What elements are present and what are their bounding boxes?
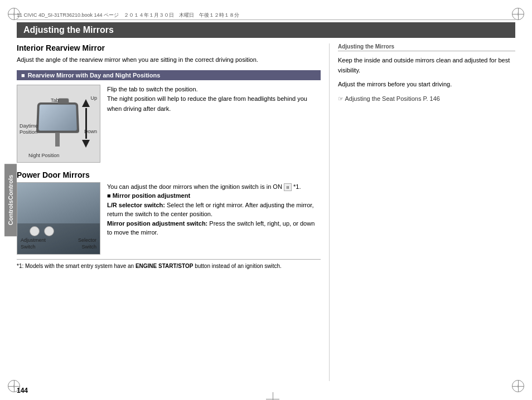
page-header: 11 CIVIC 4D_SI-31TR36210.book 144 ページ ２０… <box>17 12 515 20</box>
label-up: Up <box>90 95 97 102</box>
ignition-icon: II <box>284 183 292 191</box>
main-content: Adjusting the Mirrors Interior Rearview … <box>17 22 515 383</box>
label-down: Down <box>84 129 97 135</box>
arrow-down-icon <box>82 140 90 148</box>
door-mirror-content: AdjustmentSwitch SelectorSwitch You can … <box>17 182 321 255</box>
mirror-text: Flip the tab to switch the position. The… <box>107 85 321 163</box>
interior-section-heading: Interior Rearview Mirror <box>17 43 321 52</box>
door-mirror-section: Power Door Mirrors AdjustmentSwitch <box>17 170 321 270</box>
mirror-tab <box>58 98 69 103</box>
switch-1 <box>30 226 40 236</box>
door-text: You can adjust the door mirrors when the… <box>107 182 321 255</box>
label-daytime: DaytimePosition <box>20 123 38 136</box>
header-text: 11 CIVIC 4D_SI-31TR36210.book 144 ページ ２０… <box>17 12 239 19</box>
right-link: Adjusting the Seat Positions P. 146 <box>338 94 515 104</box>
label-selector: SelectorSwitch <box>78 237 96 250</box>
content-split: Interior Rearview Mirror Adjust the angl… <box>17 43 515 381</box>
subsection-bar-rearview: Rearview Mirror with Day and Night Posit… <box>17 70 321 80</box>
page-number: 144 <box>17 387 28 394</box>
door-section-heading: Power Door Mirrors <box>17 170 321 179</box>
right-note-1: Keep the inside and outside mirrors clea… <box>338 56 515 75</box>
right-panel: Adjusting the Mirrors Keep the inside an… <box>329 43 515 381</box>
right-panel-body: Keep the inside and outside mirrors clea… <box>338 56 515 104</box>
label-night: Night Position <box>28 153 60 159</box>
sidebar-tab: ControlsControls <box>4 164 17 236</box>
mirror-face <box>38 104 77 130</box>
footnote-text: *1: Models with the smart entry system h… <box>17 263 282 269</box>
mirror-image: Tab Up DaytimePosition Down Night Positi… <box>17 85 100 163</box>
arrow-indicator <box>82 99 90 148</box>
door-subsection: ■ Mirror position adjustment L/R selecto… <box>107 191 321 237</box>
mirror-body <box>36 102 79 133</box>
footnote: *1: Models with the smart entry system h… <box>17 259 321 270</box>
door-image-box: AdjustmentSwitch SelectorSwitch <box>17 182 100 255</box>
left-panel: Interior Rearview Mirror Adjust the angl… <box>17 43 329 381</box>
mirror-illustration: Tab Up DaytimePosition Down Night Positi… <box>17 85 100 162</box>
mirror-desc-2: The night position will help to reduce t… <box>107 94 321 114</box>
switch-2 <box>44 226 54 236</box>
door-illustration: AdjustmentSwitch SelectorSwitch <box>17 183 100 254</box>
page-title: Adjusting the Mirrors <box>17 22 515 38</box>
interior-intro: Adjust the angle of the rearview mirror … <box>17 55 321 65</box>
mirror-desc-1: Flip the tab to switch the position. <box>107 85 321 95</box>
mirror-stem <box>55 133 60 147</box>
door-desc-1: You can adjust the door mirrors when the… <box>107 182 321 192</box>
arrow-up-icon <box>82 99 90 107</box>
mirror-section: Tab Up DaytimePosition Down Night Positi… <box>17 85 321 163</box>
label-tab: Tab <box>51 97 59 104</box>
right-note-2: Adjust the mirrors before you start driv… <box>338 80 515 90</box>
label-adjustment: AdjustmentSwitch <box>21 237 46 250</box>
right-panel-title: Adjusting the Mirrors <box>338 43 515 51</box>
footnote-ref: *1 <box>293 183 299 190</box>
